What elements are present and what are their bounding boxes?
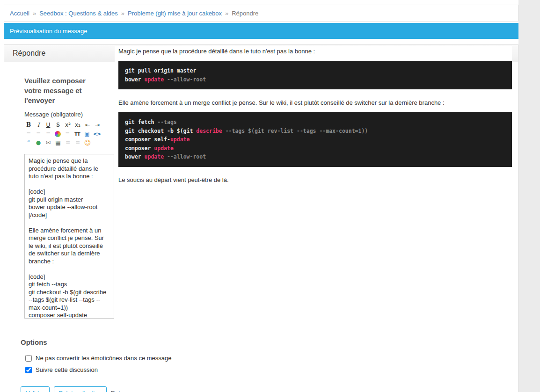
code-line: bower update --allow-root: [125, 152, 505, 161]
insert-media-icon[interactable]: ▦: [54, 139, 62, 147]
quote-icon[interactable]: “: [24, 139, 33, 147]
breadcrumb-link-forum[interactable]: Seedbox : Questions & aides: [39, 10, 118, 17]
code-segment: git pull origin master: [125, 67, 196, 74]
code-segment: bower: [125, 76, 145, 83]
code-segment: describe: [196, 128, 222, 134]
preview-button[interactable]: Prévisualisation: [54, 386, 107, 392]
preview-banner-text: Prévisualisation du message: [10, 28, 87, 35]
code-block-2: git fetch --tagsgit checkout -b $(git de…: [118, 112, 512, 167]
page-right-background: [518, 0, 540, 392]
message-textarea[interactable]: Magic je pense que la procédure détaillé…: [24, 154, 114, 319]
ordered-list-icon[interactable]: ≡: [64, 139, 72, 147]
insert-code-icon[interactable]: <>: [93, 130, 101, 138]
preview-paragraph: Magic je pense que la procédure détaillé…: [118, 48, 512, 55]
code-segment: git checkout -b $(git: [125, 128, 196, 134]
submit-button[interactable]: Valider: [21, 386, 50, 392]
code-segment: --allow-root: [164, 153, 206, 160]
insert-image-icon[interactable]: ▣: [83, 130, 91, 138]
code-line: git pull origin master: [125, 66, 505, 75]
align-left-icon[interactable]: ≡: [24, 130, 33, 138]
strikethrough-icon[interactable]: S: [54, 121, 62, 129]
format-toolbar: BIUSx²x₂⇤⇥≡≡≡≡TT▣<>“●✉▦≡≡☺: [24, 121, 121, 147]
indent-icon[interactable]: ⇥: [93, 121, 102, 129]
no-emoticons-label: Ne pas convertir les émoticônes dans ce …: [36, 355, 171, 362]
preview-banner: Prévisualisation du message: [4, 23, 518, 39]
breadcrumb-link-topic[interactable]: Probleme (git) mise à jour cakebox: [128, 10, 222, 17]
insert-email-icon[interactable]: ✉: [44, 139, 52, 147]
unordered-list-icon[interactable]: ≡: [73, 139, 82, 147]
font-color-icon[interactable]: [55, 131, 61, 137]
insert-link-icon[interactable]: ●: [34, 139, 43, 147]
code-segment: git fetch: [125, 119, 157, 125]
code-segment: update: [145, 76, 164, 83]
back-link[interactable]: Retour: [111, 386, 129, 392]
bold-icon[interactable]: B: [24, 121, 33, 129]
options-heading: Options: [21, 338, 518, 346]
breadcrumb-separator: »: [33, 10, 36, 17]
option-follow-topic[interactable]: Suivre cette discussion: [25, 366, 518, 373]
toolbar-row: ≡≡≡≡TT▣<>: [24, 130, 121, 138]
code-line: git fetch --tags: [125, 118, 505, 127]
code-line: git checkout -b $(git describe --tags $(…: [125, 127, 505, 136]
code-segment: update: [170, 136, 190, 143]
preview-paragraph: Le soucis au départ vient peut-être de l…: [118, 176, 512, 183]
preview-paragraph: Elle amène forcement à un merge conflict…: [118, 99, 512, 106]
outdent-icon[interactable]: ⇤: [83, 121, 92, 129]
code-line: composer update: [125, 144, 505, 153]
option-no-emoticons[interactable]: Ne pas convertir les émoticônes dans ce …: [25, 355, 518, 362]
italic-icon[interactable]: I: [34, 121, 43, 129]
underline-icon[interactable]: U: [44, 121, 52, 129]
emoticons-icon[interactable]: ☺: [83, 139, 92, 147]
code-segment: composer: [125, 145, 154, 152]
align-justify-icon[interactable]: ≡: [63, 130, 72, 138]
code-segment: --allow-root: [164, 76, 206, 83]
align-right-icon[interactable]: ≡: [44, 130, 52, 138]
options-section: Options Ne pas convertir les émoticônes …: [21, 338, 518, 373]
page-content: Accueil » Seedbox : Questions & aides » …: [4, 5, 518, 392]
code-segment: update: [154, 145, 174, 152]
code-line: composer self-update: [125, 135, 505, 144]
no-emoticons-checkbox[interactable]: [25, 355, 32, 362]
code-segment: composer self-: [125, 136, 170, 143]
follow-topic-label: Suivre cette discussion: [36, 366, 98, 373]
reply-panel: Répondre Magic je pense que la procédure…: [4, 44, 518, 392]
compose-heading: Veuillez composer votre message et l'env…: [24, 76, 103, 105]
form-actions: Valider Prévisualisation Retour: [21, 386, 518, 392]
align-center-icon[interactable]: ≡: [34, 130, 43, 138]
code-segment: --tags: [157, 119, 177, 125]
subscript-icon[interactable]: x₂: [73, 121, 82, 129]
code-segment: update: [145, 153, 164, 160]
toolbar-row: “●✉▦≡≡☺: [24, 138, 121, 147]
code-line: bower update --allow-root: [125, 75, 505, 84]
compose-section: Veuillez composer votre message et l'env…: [21, 76, 121, 320]
panel-title: Répondre: [13, 49, 45, 58]
font-size-icon[interactable]: TT: [73, 130, 81, 138]
breadcrumb-current: Répondre: [232, 10, 258, 17]
code-segment: bower: [125, 153, 145, 160]
superscript-icon[interactable]: x²: [64, 121, 72, 129]
toolbar-row: BIUSx²x₂⇤⇥: [24, 121, 121, 130]
message-preview: Magic je pense que la procédure détaillé…: [115, 46, 512, 188]
breadcrumb-separator: »: [225, 10, 228, 17]
code-block-1: git pull origin masterbower update --all…: [118, 61, 512, 89]
message-field-label: Message (obligatoire): [24, 111, 121, 118]
breadcrumb-separator: »: [121, 10, 124, 17]
breadcrumb-link-home[interactable]: Accueil: [10, 10, 29, 17]
breadcrumb: Accueil » Seedbox : Questions & aides » …: [4, 5, 518, 22]
follow-topic-checkbox[interactable]: [25, 367, 32, 373]
code-segment: --tags $(git rev-list --tags --max-count…: [222, 128, 368, 134]
